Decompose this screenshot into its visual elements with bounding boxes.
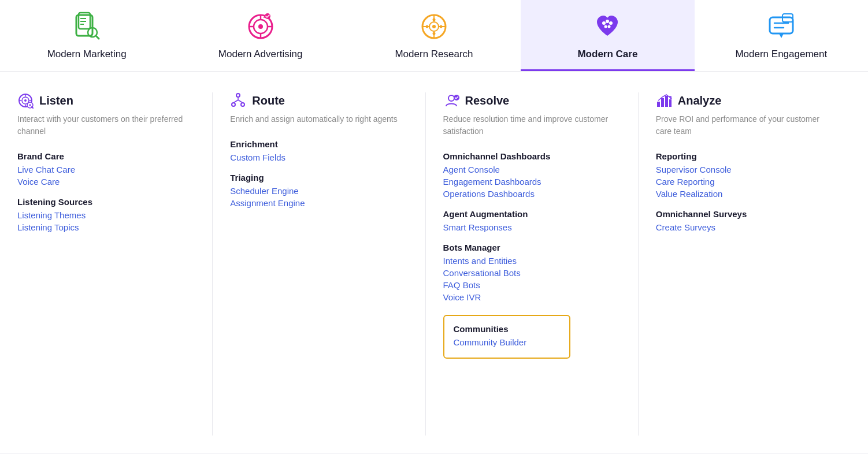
top-nav: Modern Marketing Modern Advertising	[0, 0, 868, 72]
svg-rect-31	[770, 17, 793, 34]
link-custom-fields[interactable]: Custom Fields	[230, 152, 407, 162]
engagement-icon	[765, 10, 797, 43]
link-live-chat-care[interactable]: Live Chat Care	[17, 165, 195, 174]
section-agent-augmentation: Agent Augmentation	[443, 209, 621, 219]
section-omnichannel-surveys: Omnichannel Surveys	[656, 209, 833, 219]
svg-point-27	[606, 20, 609, 23]
nav-label-engagement: Modern Engagement	[735, 49, 827, 60]
svg-point-48	[241, 103, 244, 106]
svg-point-23	[426, 25, 429, 28]
svg-point-52	[448, 95, 454, 101]
route-desc: Enrich and assign automatically to right…	[230, 113, 407, 125]
link-smart-responses[interactable]: Smart Responses	[443, 222, 621, 232]
svg-line-43	[32, 107, 34, 109]
research-icon	[418, 10, 450, 43]
communities-box: Communities Community Builder	[443, 315, 570, 359]
svg-point-22	[433, 32, 436, 35]
nav-item-marketing[interactable]: Modern Marketing	[0, 0, 173, 71]
svg-point-25	[432, 25, 436, 28]
link-assignment-engine[interactable]: Assignment Engine	[230, 198, 407, 208]
svg-point-47	[232, 103, 235, 106]
link-agent-console[interactable]: Agent Console	[443, 165, 621, 174]
nav-label-research: Modern Research	[395, 49, 473, 60]
svg-rect-54	[657, 102, 660, 107]
link-conversational-bots[interactable]: Conversational Bots	[443, 268, 621, 278]
link-voice-ivr[interactable]: Voice IVR	[443, 292, 621, 302]
svg-point-28	[609, 21, 613, 25]
nav-item-engagement[interactable]: Modern Engagement	[695, 0, 868, 71]
listen-title: Listen	[39, 94, 73, 107]
section-triaging: Triaging	[230, 173, 407, 183]
svg-line-51	[238, 100, 243, 103]
nav-label-advertising: Modern Advertising	[218, 49, 303, 60]
link-listening-topics[interactable]: Listening Topics	[17, 222, 195, 232]
resolve-desc: Reduce resolution time and improve custo…	[443, 113, 621, 137]
route-header: Route	[230, 92, 407, 109]
column-analyze: Analyze Prove ROI and performance of you…	[639, 92, 851, 436]
advertising-icon	[244, 10, 277, 43]
nav-item-advertising[interactable]: Modern Advertising	[173, 0, 347, 71]
listen-desc: Interact with your customers on their pr…	[17, 113, 195, 137]
svg-point-24	[440, 25, 443, 28]
link-care-reporting[interactable]: Care Reporting	[656, 177, 833, 187]
analyze-desc: Prove ROI and performance of your custom…	[656, 113, 833, 137]
section-enrichment: Enrichment	[230, 139, 407, 149]
svg-point-29	[604, 25, 607, 28]
link-supervisor-console[interactable]: Supervisor Console	[656, 165, 833, 174]
svg-point-26	[602, 21, 606, 25]
analyze-title: Analyze	[678, 94, 722, 107]
nav-item-care[interactable]: Modern Care	[521, 0, 694, 71]
svg-rect-57	[669, 99, 672, 107]
svg-point-46	[236, 94, 240, 97]
section-bots-manager: Bots Manager	[443, 243, 621, 252]
column-route: Route Enrich and assign automatically to…	[213, 92, 425, 436]
resolve-icon	[443, 92, 459, 109]
svg-rect-55	[661, 98, 664, 107]
link-community-builder[interactable]: Community Builder	[454, 337, 560, 347]
main-content: Listen Interact with your customers on t…	[0, 72, 868, 453]
link-intents-entities[interactable]: Intents and Entities	[443, 256, 621, 266]
nav-label-care: Modern Care	[577, 49, 637, 60]
listen-header: Listen	[17, 92, 195, 109]
section-listening-sources: Listening Sources	[17, 197, 195, 207]
marketing-icon	[71, 10, 103, 43]
nav-item-research[interactable]: Modern Research	[347, 0, 521, 71]
link-voice-care[interactable]: Voice Care	[17, 177, 195, 187]
link-value-realization[interactable]: Value Realization	[656, 189, 833, 199]
svg-point-30	[608, 25, 611, 28]
section-communities: Communities	[454, 324, 560, 334]
link-faq-bots[interactable]: FAQ Bots	[443, 280, 621, 290]
svg-point-9	[258, 24, 263, 29]
svg-point-37	[24, 99, 27, 102]
column-resolve: Resolve Reduce resolution time and impro…	[426, 92, 639, 436]
resolve-header: Resolve	[443, 92, 621, 109]
section-omnichannel-dashboards: Omnichannel Dashboards	[443, 151, 621, 161]
svg-line-50	[233, 100, 238, 103]
care-icon	[591, 10, 624, 43]
link-operations-dashboards[interactable]: Operations Dashboards	[443, 189, 621, 199]
nav-label-marketing: Modern Marketing	[47, 49, 127, 60]
link-engagement-dashboards[interactable]: Engagement Dashboards	[443, 177, 621, 187]
column-listen: Listen Interact with your customers on t…	[17, 92, 213, 436]
svg-rect-56	[665, 96, 668, 107]
link-create-surveys[interactable]: Create Surveys	[656, 222, 833, 232]
link-scheduler-engine[interactable]: Scheduler Engine	[230, 186, 407, 196]
section-brand-care: Brand Care	[17, 151, 195, 161]
resolve-title: Resolve	[465, 94, 510, 107]
route-title: Route	[252, 94, 285, 107]
svg-line-6	[96, 36, 99, 39]
analyze-header: Analyze	[656, 92, 833, 109]
route-icon	[230, 92, 246, 109]
listen-icon	[17, 92, 34, 109]
analyze-icon	[656, 92, 672, 109]
section-reporting: Reporting	[656, 151, 833, 161]
svg-point-21	[433, 18, 436, 21]
link-listening-themes[interactable]: Listening Themes	[17, 210, 195, 220]
